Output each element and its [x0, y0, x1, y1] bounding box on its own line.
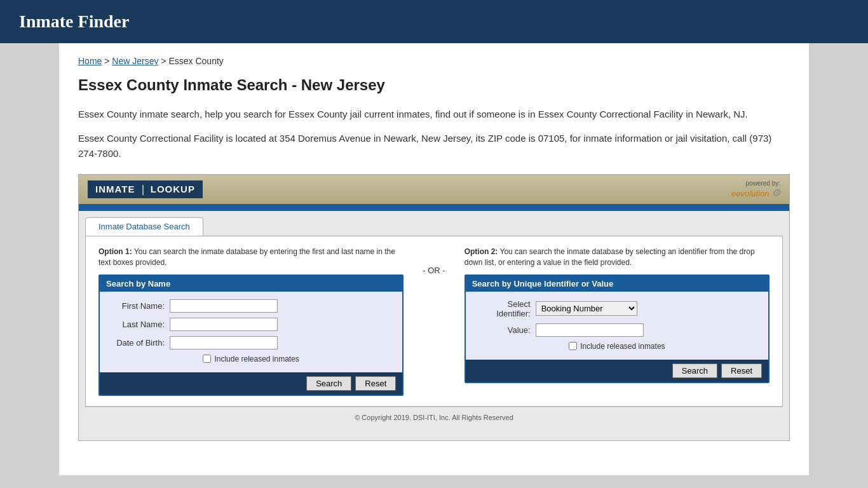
description-1: Essex County inmate search, help you sea…	[78, 107, 790, 122]
breadcrumb-home[interactable]: Home	[78, 56, 102, 66]
include-released-label-2: Include released inmates	[580, 342, 665, 351]
search-panel: Option 1: You can search the inmate data…	[85, 236, 783, 407]
search-by-name-header: Search by Name	[100, 276, 402, 292]
description-2: Essex County Correctional Facility is lo…	[78, 131, 790, 161]
value-input[interactable]	[536, 323, 644, 337]
dob-row: Date of Birth:	[106, 336, 396, 349]
logo-divider	[142, 185, 144, 195]
search-by-id-box: Search by Unique Identifier or Value Sel…	[465, 274, 770, 383]
page-title: Essex County Inmate Search - New Jersey	[78, 76, 790, 94]
search-by-id-body: Select Identifier: Booking Number ID Num…	[466, 292, 768, 360]
option2-text: Option 2: You can search the inmate data…	[465, 247, 770, 268]
powered-by: powered by: eevolution ⚙	[731, 180, 780, 199]
tab-inmate-database-search[interactable]: Inmate Database Search	[85, 217, 203, 236]
id-search-button[interactable]: Search	[672, 363, 717, 378]
include-released-checkbox[interactable]	[203, 355, 211, 363]
last-name-row: Last Name:	[106, 318, 396, 331]
include-released-checkbox-2[interactable]	[569, 342, 577, 350]
include-released-row-2: Include released inmates	[472, 342, 762, 351]
option1-label: Option 1:	[98, 247, 132, 256]
option-right: Option 2: You can search the inmate data…	[458, 247, 770, 383]
first-name-label: First Name:	[106, 301, 170, 311]
value-label: Value:	[472, 325, 536, 335]
select-identifier-label: Select Identifier:	[472, 299, 536, 318]
first-name-input[interactable]	[170, 299, 278, 313]
options-row: Option 1: You can search the inmate data…	[98, 247, 770, 396]
dob-label: Date of Birth:	[106, 338, 170, 348]
widget-logo: Inmate Lookup	[88, 180, 203, 198]
option-left: Option 1: You can search the inmate data…	[98, 247, 410, 396]
identifier-select[interactable]: Booking Number ID Number Case Number	[536, 301, 637, 316]
widget-footer: © Copyright 2019. DSI-ITI, Inc. All Righ…	[85, 407, 783, 428]
last-name-input[interactable]	[170, 318, 278, 331]
select-identifier-row: Select Identifier: Booking Number ID Num…	[472, 299, 762, 318]
value-row: Value:	[472, 323, 762, 337]
blue-bar	[79, 206, 789, 211]
id-search-btn-row: Search Reset	[466, 360, 768, 382]
widget-header: Inmate Lookup powered by: eevolution ⚙	[79, 175, 789, 206]
tabs-row: Inmate Database Search	[85, 211, 783, 236]
logo-text: Inmate Lookup	[95, 184, 195, 194]
first-name-row: First Name:	[106, 299, 396, 313]
site-header: Inmate Finder	[0, 0, 868, 43]
breadcrumb-state[interactable]: New Jersey	[112, 56, 158, 66]
lookup-widget: Inmate Lookup powered by: eevolution ⚙ I…	[78, 174, 790, 441]
or-divider: - OR -	[410, 247, 458, 275]
name-search-button[interactable]: Search	[306, 376, 351, 391]
id-reset-button[interactable]: Reset	[721, 363, 762, 378]
option1-text: Option 1: You can search the inmate data…	[98, 247, 403, 268]
search-by-id-header: Search by Unique Identifier or Value	[466, 276, 768, 292]
include-released-label: Include released inmates	[214, 355, 299, 363]
include-released-row: Include released inmates	[106, 355, 396, 363]
search-by-name-body: First Name: Last Name: Date of Birth:	[100, 292, 402, 372]
main-content: Home > New Jersey > Essex County Essex C…	[59, 43, 809, 475]
option2-label: Option 2:	[465, 247, 498, 256]
site-title: Inmate Finder	[19, 11, 849, 32]
dob-input[interactable]	[170, 336, 278, 349]
name-search-btn-row: Search Reset	[100, 372, 402, 395]
search-by-name-box: Search by Name First Name: Last Name:	[98, 274, 403, 396]
name-reset-button[interactable]: Reset	[355, 376, 396, 391]
breadcrumb: Home > New Jersey > Essex County	[78, 56, 790, 66]
breadcrumb-county: Essex County	[168, 56, 223, 66]
last-name-label: Last Name:	[106, 320, 170, 329]
widget-body: Inmate Database Search Option 1: You can…	[79, 211, 789, 440]
